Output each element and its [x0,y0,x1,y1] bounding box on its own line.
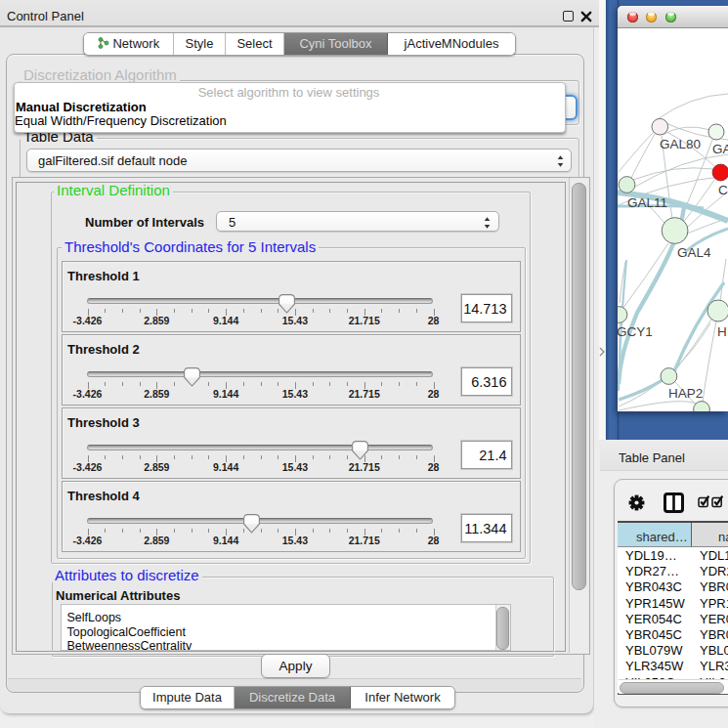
svg-text:GAL80: GAL80 [660,137,701,151]
svg-text:GAL4: GAL4 [677,245,711,260]
svg-text:H: H [717,324,727,339]
svg-text:C: C [718,183,728,197]
svg-text:GA: GA [712,142,728,156]
svg-text:GCY1: GCY1 [618,324,653,339]
svg-text:HAP2: HAP2 [668,386,703,401]
svg-text:GAL11: GAL11 [627,195,667,210]
